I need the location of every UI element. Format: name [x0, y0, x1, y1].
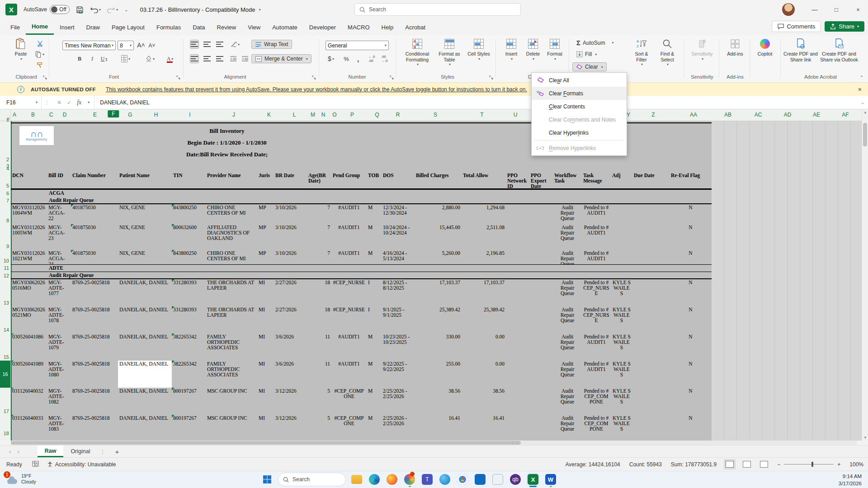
row-header-8[interactable]: 8: [6, 218, 9, 223]
sheet-tab-original[interactable]: Original: [63, 446, 97, 457]
cell-pend[interactable]: #AUDIT1: [331, 361, 367, 388]
font-size-select[interactable]: 8▾: [118, 41, 134, 50]
increase-decimal-icon[interactable]: ←.0.00: [367, 54, 376, 63]
cell-provider[interactable]: CHIRO ONE CENTERS OF MI: [206, 250, 257, 264]
taskbar-icon-photos[interactable]: [403, 473, 416, 486]
cell-ppo_net[interactable]: [506, 250, 529, 264]
cell-wf[interactable]: Audit Repair Queue: [553, 361, 582, 388]
select-all-corner[interactable]: [0, 109, 11, 121]
cell-tob[interactable]: M: [367, 224, 382, 250]
menu-item-clear-hyperlinks[interactable]: Clear Hyperlinks: [532, 126, 627, 139]
cell-dos[interactable]: 12/3/2024 - 12/30/2024: [382, 204, 415, 224]
cell-pend[interactable]: #CEP_NURSE: [331, 306, 367, 333]
tab-insert[interactable]: Insert: [54, 20, 80, 34]
scroll-down-icon[interactable]: ▼: [862, 436, 868, 440]
styles-dialog-launcher-icon[interactable]: [489, 75, 494, 79]
cell-patient[interactable]: NIX, GENE: [118, 224, 172, 250]
autosave-switch[interactable]: Off: [50, 5, 70, 14]
taskbar-icon-edge[interactable]: [368, 473, 381, 486]
vertical-scrollbar[interactable]: ▲ ▼: [862, 109, 868, 441]
taskbar-icon-firefox[interactable]: [385, 473, 399, 486]
cell-reeval[interactable]: N: [670, 279, 712, 306]
banner-close-icon[interactable]: ×: [858, 86, 862, 93]
cell-tin[interactable]: 800197267: [172, 415, 206, 437]
format-cells-button[interactable]: Format▾: [544, 38, 565, 61]
taskbar-icon-quickbooks[interactable]: qb: [509, 473, 522, 486]
column-header-AF[interactable]: AF: [842, 112, 849, 118]
user-avatar[interactable]: [782, 3, 795, 16]
cell-dcn[interactable]: 031126040032: [11, 388, 47, 415]
cell-juris[interactable]: MI: [257, 415, 274, 437]
cell-tob[interactable]: I: [367, 306, 382, 333]
cell-patient[interactable]: DANEILAK, DANIEL: [118, 415, 172, 437]
row-header-1[interactable]: 1: [6, 117, 9, 122]
sheet-tab-raw[interactable]: Raw: [38, 446, 64, 457]
cell-dcn[interactable]: 030526041086: [11, 333, 47, 361]
cell-task[interactable]: Pended to #CEP_COMPONE: [582, 415, 611, 437]
fx-chevron-icon[interactable]: ▾: [88, 100, 90, 104]
cell-juris[interactable]: MP: [257, 204, 274, 224]
column-header-N[interactable]: N: [321, 112, 326, 118]
name-box[interactable]: F16▾: [0, 96, 42, 109]
cell-pend[interactable]: #CEP_COMPONE: [331, 415, 367, 437]
table-row[interactable]: 030526041086MGY-ADTE-10798769-25-0025818…: [11, 333, 712, 361]
cell-age[interactable]: 18: [307, 306, 331, 333]
cell-wf[interactable]: Audit Repair Queue: [553, 204, 582, 224]
percent-icon[interactable]: %: [342, 54, 351, 63]
cell-tob[interactable]: I: [367, 279, 382, 306]
clear-button[interactable]: Clear▾: [572, 62, 607, 71]
cell-adj[interactable]: KYLE SWAILES: [611, 279, 632, 306]
cell-ppo_exp[interactable]: [529, 224, 553, 250]
cell-br[interactable]: 3/12/2026: [274, 415, 307, 437]
banner-link[interactable]: This workbook contains features that pre…: [106, 86, 527, 93]
cell-ppo_exp[interactable]: [529, 306, 553, 333]
cell-ppo_net[interactable]: [506, 279, 529, 306]
row-header-15[interactable]: 15: [4, 354, 9, 360]
column-header-Z[interactable]: Z: [651, 112, 655, 118]
cell-billed[interactable]: 16.41: [415, 415, 462, 437]
cell-claim[interactable]: 401875030: [71, 204, 118, 224]
cell-dos[interactable]: 9/22/2025 - 9/22/2025: [382, 361, 415, 388]
taskbar-icon-skype[interactable]: [438, 473, 452, 486]
cell-task[interactable]: Pended to #CEP_NURSE: [582, 306, 611, 333]
cell-ppo_exp[interactable]: [529, 415, 553, 437]
cell-patient[interactable]: DANEILAK, DANIEL: [118, 333, 172, 361]
cell-billed[interactable]: 2,880.00: [415, 204, 462, 224]
taskbar-icon-word[interactable]: W: [544, 473, 557, 486]
tab-file[interactable]: File: [5, 20, 26, 34]
tab-draw[interactable]: Draw: [80, 20, 106, 34]
cell-dcn[interactable]: 031126040033: [11, 415, 47, 437]
cell-br[interactable]: 3/10/2026: [274, 204, 307, 224]
macro-record-icon[interactable]: [32, 461, 39, 468]
cell-dcn[interactable]: MGY030620260521MO: [11, 306, 47, 333]
cell-provider[interactable]: AFFILIATED DIAGNOSTICS OF OAKLAND: [206, 224, 257, 250]
cell-br[interactable]: 3/6/2026: [274, 361, 307, 388]
cell-dos[interactable]: 8/12/2025 - 8/12/2025: [382, 279, 415, 306]
cell-ppo_exp[interactable]: [529, 361, 553, 388]
quick-access-more-icon[interactable]: ⌄: [124, 7, 128, 12]
cell-allow[interactable]: 2,511.08: [462, 224, 506, 250]
format-painter-icon[interactable]: [35, 61, 44, 70]
column-header-M[interactable]: M: [311, 112, 315, 118]
cell-ppo_net[interactable]: [506, 224, 529, 250]
cell-bill[interactable]: MGY-ACGA-23: [47, 224, 71, 250]
zoom-slider[interactable]: [784, 464, 834, 465]
row-header-5[interactable]: 5: [6, 183, 9, 188]
share-button[interactable]: Share▾: [825, 21, 864, 32]
cell-claim[interactable]: 8769-25-0025818: [71, 361, 118, 388]
cell-reeval[interactable]: N: [670, 224, 712, 250]
cell-dos[interactable]: 4/16/2024 - 5/13/2024: [382, 250, 415, 264]
cell-ppo_exp[interactable]: [529, 204, 553, 224]
undo-chevron-icon[interactable]: ▾: [99, 8, 101, 12]
row-header-7[interactable]: 7: [6, 198, 9, 203]
row-header-9[interactable]: 9: [6, 244, 9, 249]
cell-provider[interactable]: FAMILY ORTHOPEDIC ASSOCIATES: [206, 361, 257, 388]
taskbar-search-input[interactable]: Search: [278, 473, 346, 486]
formula-bar-expand-icon[interactable]: ⌄: [861, 100, 864, 105]
column-header-R[interactable]: R: [396, 112, 400, 118]
row-header-2[interactable]: 2: [6, 157, 9, 162]
cell-age[interactable]: 5: [307, 388, 331, 415]
cell-age[interactable]: 11: [307, 361, 331, 388]
undo-button[interactable]: ▾: [90, 6, 101, 13]
horizontal-scrollbar[interactable]: ⋮⋮: [11, 441, 857, 445]
